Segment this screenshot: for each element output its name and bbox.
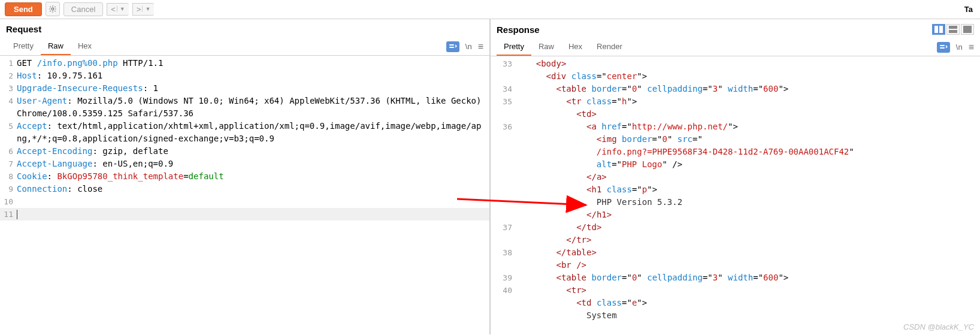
request-menu-icon[interactable]: ≡ <box>478 41 483 52</box>
line-number: 4 <box>0 95 17 120</box>
line-number <box>491 234 516 246</box>
code-line: <div class="center"> <box>491 70 980 83</box>
tab-raw[interactable]: Raw <box>531 38 561 56</box>
line-content: </a> <box>516 171 980 183</box>
line-content: <tr class="h"> <box>516 95 980 108</box>
line-number: 1 <box>0 57 17 70</box>
line-content: <td> <box>516 108 980 120</box>
layout-rows-button[interactable] <box>946 24 960 35</box>
toolbar: Send Cancel <▼ >▼ Ta <box>0 0 980 19</box>
code-line: 8Cookie: BkGOp95780_think_template=defau… <box>0 170 489 183</box>
code-line: 3Upgrade-Insecure-Requests: 1 <box>0 82 489 95</box>
line-number <box>491 297 516 309</box>
line-content: </table> <box>516 246 980 259</box>
line-number <box>491 108 516 120</box>
code-line: 9Connection: close <box>0 183 489 195</box>
tab-raw[interactable]: Raw <box>41 38 71 55</box>
tab-hex[interactable]: Hex <box>71 38 99 55</box>
code-line: 4User-Agent: Mozilla/5.0 (Windows NT 10.… <box>0 95 489 120</box>
code-line: alt="PHP Logo" /> <box>491 158 980 171</box>
code-line: 1GET /info.png%00.php HTTP/1.1 <box>0 57 489 70</box>
single-icon <box>963 26 972 33</box>
svg-rect-3 <box>934 26 938 33</box>
history-back-button[interactable]: <▼ <box>107 3 129 16</box>
line-number: 36 <box>491 120 516 133</box>
settings-icon-button[interactable] <box>46 2 60 16</box>
line-content: PHP Version 5.3.2 <box>516 196 980 209</box>
response-editor[interactable]: 33 <body> <div class="center">34 <table … <box>491 56 980 334</box>
line-content: <tr> <box>516 284 980 297</box>
code-line: 11 <box>0 208 489 221</box>
line-number <box>491 183 516 196</box>
line-number <box>491 133 516 146</box>
code-line: 37 </td> <box>491 221 980 234</box>
line-content: Upgrade-Insecure-Requests: 1 <box>17 82 489 95</box>
line-number: 10 <box>0 195 17 208</box>
response-tabs: PrettyRawHexRender \n ≡ <box>491 38 980 56</box>
line-content: Accept-Encoding: gzip, deflate <box>17 145 489 158</box>
code-line: <br /> <box>491 259 980 271</box>
request-title: Request <box>6 24 41 34</box>
line-content: <a href="http://www.php.net/"> <box>516 120 980 133</box>
line-number <box>491 158 516 171</box>
layout-columns-button[interactable] <box>932 24 945 35</box>
line-content: Host: 10.9.75.161 <box>17 70 489 82</box>
line-content: </h1> <box>516 209 980 221</box>
code-line: <td class="e"> <box>491 297 980 309</box>
response-pane: Response PrettyRawHexRender \n ≡ 33 <bod… <box>491 19 980 334</box>
code-line: 33 <body> <box>491 58 980 70</box>
line-content: <table border="0" cellpadding="3" width=… <box>516 271 980 284</box>
line-content: <body> <box>516 58 980 70</box>
svg-rect-2 <box>449 47 454 48</box>
history-forward-group: >▼ <box>132 3 155 16</box>
newline-indicator: \n <box>956 43 963 52</box>
line-content: User-Agent: Mozilla/5.0 (Windows NT 10.0… <box>17 95 489 120</box>
code-line: 40 <tr> <box>491 284 980 297</box>
rows-icon <box>949 26 957 33</box>
code-line: <img border="0" src=" <box>491 133 980 146</box>
line-content: <img border="0" src=" <box>516 133 980 146</box>
tab-render[interactable]: Render <box>589 38 630 56</box>
tab-pretty[interactable]: Pretty <box>497 38 531 56</box>
request-tabs: PrettyRawHex \n ≡ <box>0 38 489 56</box>
response-menu-icon[interactable]: ≡ <box>969 42 974 53</box>
line-number <box>491 70 516 83</box>
line-content: <td class="e"> <box>516 297 980 309</box>
code-line: 36 <a href="http://www.php.net/"> <box>491 120 980 133</box>
watermark: CSDN @blackK_YC <box>903 322 974 331</box>
actions-icon <box>449 43 457 50</box>
line-content: alt="PHP Logo" /> <box>516 158 980 171</box>
request-pane: Request PrettyRawHex \n ≡ 1GET /info.png… <box>0 19 491 334</box>
gear-icon <box>49 5 57 13</box>
line-content <box>17 195 489 208</box>
svg-rect-8 <box>940 45 945 46</box>
line-number <box>491 309 516 322</box>
line-number: 9 <box>0 183 17 195</box>
target-label: Ta <box>964 5 975 14</box>
send-button[interactable]: Send <box>5 2 42 16</box>
code-line: </h1> <box>491 209 980 221</box>
layout-single-button[interactable] <box>961 24 974 35</box>
line-content: </tr> <box>516 234 980 246</box>
line-content: /info.png?=PHPE9568F34-D428-11d2-A769-00… <box>516 146 980 158</box>
svg-rect-7 <box>963 26 972 33</box>
line-content: GET /info.png%00.php HTTP/1.1 <box>17 57 489 70</box>
line-content: Cookie: BkGOp95780_think_template=defaul… <box>17 170 489 183</box>
code-line: 7Accept-Language: en-US,en;q=0.9 <box>0 158 489 170</box>
request-actions-icon[interactable] <box>446 41 459 52</box>
request-editor[interactable]: 1GET /info.png%00.php HTTP/1.12Host: 10.… <box>0 56 489 334</box>
line-number <box>491 196 516 209</box>
svg-rect-6 <box>949 30 957 33</box>
line-number: 7 <box>0 158 17 170</box>
cancel-button[interactable]: Cancel <box>63 2 103 16</box>
line-number: 8 <box>0 170 17 183</box>
line-number: 37 <box>491 221 516 234</box>
tab-pretty[interactable]: Pretty <box>6 38 41 55</box>
response-actions-icon[interactable] <box>937 42 950 53</box>
line-content: <h1 class="p"> <box>516 183 980 196</box>
svg-rect-5 <box>949 26 957 29</box>
code-line: /info.png?=PHPE9568F34-D428-11d2-A769-00… <box>491 146 980 158</box>
tab-hex[interactable]: Hex <box>561 38 589 56</box>
line-content: <table border="0" cellpadding="3" width=… <box>516 83 980 95</box>
history-forward-button[interactable]: >▼ <box>132 3 155 16</box>
